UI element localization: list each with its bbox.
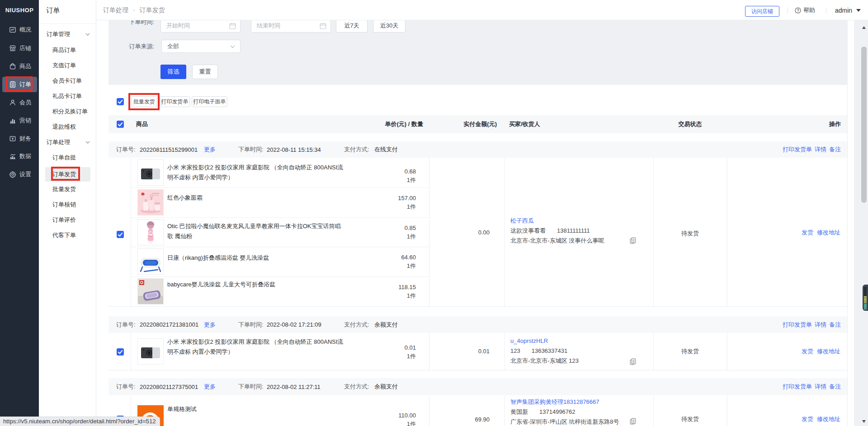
order-row-checkbox[interactable] [117,231,124,238]
column-divider [131,158,131,306]
admin-label: admin [835,7,852,14]
more-link[interactable]: 更多 [204,316,216,333]
order-actions: 发货修改地址 [802,347,840,356]
menu-item-proxy-order[interactable]: 代客下单 [39,230,96,241]
sidebar-item-orders[interactable]: 订单 [2,77,37,92]
sidebar-item-label: 商品 [19,62,31,70]
product-image-pink-cream [137,189,164,215]
sidebar-item-goods[interactable]: 商品 [0,57,39,75]
ship-link[interactable]: 发货 [802,416,813,422]
receiver-line: 黄国新13714996762 [510,407,646,417]
copy-address-icon[interactable] [630,237,636,244]
product-qty: 1件 [362,262,416,270]
sidebar-item-settings[interactable]: 设置 [0,165,39,183]
order-time-value: 2022-08-11 15:15:34 [267,141,321,158]
sidebar-item-members[interactable]: 会员 [0,94,39,112]
status-url-tooltip: https://v5.niuteam.cn/shop/order/detail.… [0,417,160,426]
buyer-name-link[interactable]: 松子西瓜 [510,216,646,226]
order-submenu: 订单 订单管理 商品订单 充值订单 会员卡订单 礼品卡订单 积分兑换订单 退款维… [39,0,96,426]
scrollbar-down-arrow[interactable] [862,420,866,423]
ship-link[interactable]: 发货 [802,348,813,355]
copy-address-icon[interactable] [630,358,636,365]
menu-group-order-process[interactable]: 订单处理 [47,137,90,148]
main-sidebar: NIUSHOP 概况 店铺 商品 订单 会员 营销 财务 数据 设置 [0,0,39,426]
order-time-value: 2022-08-02 17:21:09 [267,316,321,333]
last-30-days-button[interactable]: 近30天 [373,20,406,33]
menu-item-batch-ship[interactable]: 批量发货 [39,184,96,195]
ship-link[interactable]: 发货 [802,229,813,236]
product-price: 118.15 [362,283,416,291]
menu-item-order-ship[interactable]: 订单发货 [45,167,90,182]
detail-link[interactable]: 详情 [815,321,826,329]
batch-ship-button[interactable]: 批量发货 [132,96,157,107]
print-ship-button[interactable]: 打印发货单 [160,96,190,107]
buyer-name-link[interactable]: u_4oprstzHLR [510,336,646,346]
chevron-down-icon [85,141,90,144]
copy-address-icon[interactable] [630,418,636,425]
product-name: 小米 米家投影仪2 投影仪家用 家庭影院 （全向自动矫正 800ANSI流明不虚… [167,337,345,357]
order-row-checkbox[interactable] [117,348,124,356]
product-image-svg [138,279,163,304]
product-price: 0.01 [362,343,416,352]
reset-button[interactable]: 重置 [192,65,218,79]
select-all-header-checkbox[interactable] [117,121,124,128]
menu-item-giftcard-orders[interactable]: 礼品卡订单 [39,91,96,102]
sidebar-item-overview[interactable]: 概况 [0,21,39,39]
order-number: 202208021127375001 [140,378,198,395]
edit-address-link[interactable]: 修改地址 [817,348,840,355]
order-number: 202208111515299001 [140,141,198,158]
order-source-select[interactable]: 全部 [161,40,241,53]
select-all-toolbar-checkbox[interactable] [117,98,124,105]
admin-menu[interactable]: admin [835,0,861,20]
row-divider [131,247,429,247]
menu-item-membercard-orders[interactable]: 会员卡订单 [39,75,96,86]
column-divider [504,396,505,426]
end-date-input[interactable]: 结束时间 [251,20,331,33]
sidebar-item-shop[interactable]: 店铺 [0,39,39,57]
sidebar-item-marketing[interactable]: 营销 [0,112,39,130]
row-divider [131,276,429,277]
print-ship-link[interactable]: 打印发货单 [783,145,812,154]
col-product: 商品 [136,115,148,133]
more-link[interactable]: 更多 [204,141,216,158]
floating-widget[interactable] [863,285,868,311]
print-ship-link[interactable]: 打印发货单 [783,321,812,329]
menu-item-goods-orders[interactable]: 商品订单 [39,45,96,56]
menu-item-points-orders[interactable]: 积分兑换订单 [39,106,96,117]
menu-group-order-manage[interactable]: 订单管理 [47,29,90,40]
menu-item-recharge-orders[interactable]: 充值订单 [39,60,96,71]
print-ship-link[interactable]: 打印发货单 [783,383,812,391]
edit-address-link[interactable]: 修改地址 [817,416,840,422]
remark-link[interactable]: 备注 [829,321,841,329]
detail-link[interactable]: 详情 [815,145,826,154]
order-actions: 发货修改地址 [802,415,840,424]
menu-item-order-pickup[interactable]: 订单自提 [39,152,96,163]
pay-method-value: 余额支付 [374,378,398,395]
divider [39,23,96,24]
scrollbar-up-arrow[interactable] [862,26,866,29]
scrollbar-thumb[interactable] [861,47,867,203]
order-no-label: 订单号: [116,378,136,395]
sidebar-item-data[interactable]: 数据 [0,147,39,165]
detail-link[interactable]: 详情 [815,383,826,391]
visit-shop-button[interactable]: 访问店铺 [745,6,779,17]
niushop-logo: NIUSHOP [0,0,39,20]
breadcrumb: 订单处理-订单发货 [103,0,165,20]
receiver-address: 北京市-北京市-东城区 123 [510,356,646,366]
pay-method-label: 支付方式: [344,316,369,333]
last-7-days-button[interactable]: 近7天 [336,20,368,33]
print-eorder-button[interactable]: 打印电子面单 [192,96,227,107]
menu-item-refund[interactable]: 退款维权 [39,122,96,132]
edit-address-link[interactable]: 修改地址 [817,229,840,236]
remark-link[interactable]: 备注 [829,383,841,391]
menu-item-order-review[interactable]: 订单评价 [39,215,96,225]
buyer-name-link[interactable]: 智声集团采购黄经理18312876667 [510,397,646,407]
filter-button[interactable]: 筛选 [160,65,186,79]
menu-item-order-verify[interactable]: 订单核销 [39,199,96,210]
remark-link[interactable]: 备注 [829,145,841,154]
help-button[interactable]: 帮助 [795,0,815,20]
sidebar-item-finance[interactable]: 财务 [0,130,39,148]
start-date-input[interactable]: 开始时间 [160,20,241,33]
product-image-svg [138,220,163,245]
more-link[interactable]: 更多 [204,378,216,395]
